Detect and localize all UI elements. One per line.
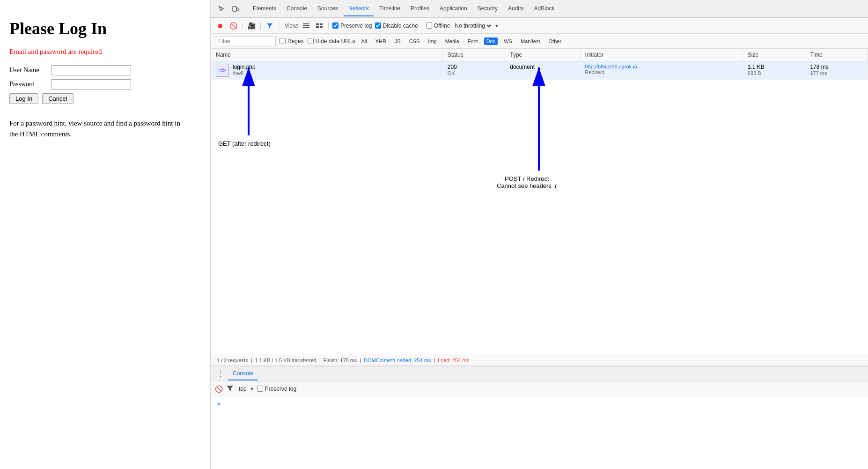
disable-cache-checkbox[interactable] — [375, 22, 381, 29]
col-size[interactable]: Size — [743, 49, 805, 61]
console-preserve-log-label[interactable]: Preserve log — [257, 386, 296, 392]
filter-manifest[interactable]: Manifest — [518, 37, 543, 45]
view-label: View: — [285, 22, 298, 29]
username-label: User Name — [9, 67, 51, 74]
button-row: Log In Cancel — [9, 93, 196, 104]
throttle-select[interactable]: No throttling — [453, 22, 493, 30]
tab-security[interactable]: Security — [473, 1, 502, 16]
error-message: Email and password are required — [9, 48, 196, 56]
cursor-icon[interactable] — [215, 2, 228, 15]
row-name-cell: </> login.php /hw8 — [211, 61, 442, 80]
svg-rect-1 — [237, 8, 238, 11]
svg-rect-3 — [303, 25, 309, 26]
console-filter-icon[interactable] — [227, 385, 233, 393]
network-toolbar: ⏺ 🚫 🎥 View: Preserve log D — [211, 18, 868, 34]
username-input[interactable] — [51, 65, 131, 75]
tab-console[interactable]: Console — [282, 1, 312, 16]
toolbar-sep-4 — [328, 22, 329, 30]
network-table: Name Status Type Initiator Size Time — [211, 49, 868, 80]
filter-ws[interactable]: WS — [501, 37, 515, 45]
row-path: /hw8 — [233, 70, 256, 76]
cancel-button[interactable]: Cancel — [42, 93, 73, 104]
row-size-cell: 1.1 KB 683 B — [743, 61, 805, 80]
clear-button[interactable]: 🚫 — [228, 21, 238, 31]
row-initiator-cell: http://bf6ccf96.ngrok.io... Redirect — [580, 61, 743, 80]
console-prompt[interactable]: > — [217, 400, 221, 408]
row-type: document — [510, 64, 535, 70]
status-dom-loaded: DOMContentLoaded: 254 ms — [364, 357, 431, 363]
status-bar: 1 / 2 requests | 1.1 KB / 1.5 KB transfe… — [211, 355, 868, 366]
svg-rect-8 — [320, 26, 323, 28]
login-button[interactable]: Log In — [9, 93, 38, 104]
tab-sources[interactable]: Sources — [313, 1, 343, 16]
tab-network[interactable]: Network — [344, 1, 374, 16]
filter-css[interactable]: CSS — [407, 37, 422, 45]
filter-js[interactable]: JS — [392, 37, 403, 45]
toolbar-sep-1 — [242, 22, 243, 30]
row-status-text: OK — [448, 70, 500, 76]
console-preserve-log-checkbox[interactable] — [257, 386, 263, 392]
offline-label[interactable]: Offline — [426, 22, 450, 29]
tab-divider-1 — [245, 4, 245, 14]
console-no-icon[interactable]: 🚫 — [215, 385, 223, 393]
console-dropdown-icon[interactable]: ▾ — [250, 386, 253, 392]
row-initiator-url[interactable]: http://bf6ccf96.ngrok.io... — [585, 64, 738, 69]
filter-toggle-button[interactable] — [265, 21, 275, 31]
camera-button[interactable]: 🎥 — [246, 21, 257, 31]
svg-rect-7 — [316, 26, 319, 28]
tab-adblock[interactable]: AdBlock — [529, 1, 559, 16]
regex-checkbox[interactable] — [280, 38, 286, 44]
devtools-panel: Elements Console Sources Network Timelin… — [211, 0, 868, 469]
file-icon: </> — [216, 64, 229, 77]
tab-elements[interactable]: Elements — [248, 1, 281, 16]
svg-rect-6 — [320, 23, 323, 25]
hide-data-urls-checkbox[interactable] — [308, 38, 314, 44]
status-finish: Finish: 178 ms — [324, 357, 357, 363]
filter-xhr[interactable]: XHR — [373, 37, 389, 45]
col-status[interactable]: Status — [442, 49, 505, 61]
console-tab[interactable]: Console — [228, 367, 258, 380]
col-type[interactable]: Type — [505, 49, 580, 61]
hint-text: For a password hint, view source and fin… — [9, 118, 187, 139]
row-initiator-sub: Redirect — [585, 69, 738, 75]
preserve-log-checkbox[interactable] — [332, 22, 338, 29]
table-row[interactable]: </> login.php /hw8 200 OK — [211, 61, 868, 80]
device-icon[interactable] — [229, 2, 242, 15]
hide-data-urls-label[interactable]: Hide data URLs — [308, 38, 355, 45]
filter-input[interactable] — [215, 36, 276, 46]
col-time[interactable]: Time — [805, 49, 868, 61]
offline-checkbox[interactable] — [426, 22, 432, 29]
status-load: Load: 254 ms — [438, 357, 469, 363]
password-input[interactable] — [51, 79, 131, 89]
console-content: > — [211, 396, 868, 469]
tab-audits[interactable]: Audits — [503, 1, 528, 16]
filter-other[interactable]: Other — [546, 37, 564, 45]
status-transfer: 1.1 KB / 1.5 KB transferred — [255, 357, 316, 363]
tab-application[interactable]: Application — [435, 1, 472, 16]
row-time-cell: 178 ms 177 ms — [805, 61, 868, 80]
tab-profiles[interactable]: Profiles — [406, 1, 434, 16]
tab-timeline[interactable]: Timeline — [375, 1, 405, 16]
filter-img[interactable]: Img — [426, 37, 439, 45]
col-name[interactable]: Name — [211, 49, 442, 61]
row-time2: 177 ms — [810, 70, 863, 76]
view-grid-icon[interactable] — [314, 21, 324, 31]
record-button[interactable]: ⏺ — [215, 21, 225, 31]
row-time: 178 ms — [810, 64, 863, 70]
network-table-container: Name Status Type Initiator Size Time — [211, 49, 868, 355]
page-title: Please Log In — [9, 19, 196, 38]
disable-cache-label[interactable]: Disable cache — [375, 22, 418, 29]
console-top-label: top — [239, 386, 247, 392]
view-list-icon[interactable] — [301, 21, 311, 31]
regex-label[interactable]: Regex — [280, 38, 304, 45]
console-toolbar: 🚫 top ▾ Preserve log — [211, 381, 868, 396]
filter-font[interactable]: Font — [465, 37, 480, 45]
col-initiator[interactable]: Initiator — [580, 49, 743, 61]
console-menu-button[interactable]: ⋮ — [215, 368, 226, 379]
filter-doc[interactable]: Doc — [484, 37, 498, 45]
preserve-log-label[interactable]: Preserve log — [332, 22, 372, 29]
toolbar-sep-5 — [422, 22, 422, 30]
filter-all[interactable]: All — [359, 37, 369, 45]
toolbar-sep-3 — [279, 22, 279, 30]
filter-media[interactable]: Media — [443, 37, 462, 45]
